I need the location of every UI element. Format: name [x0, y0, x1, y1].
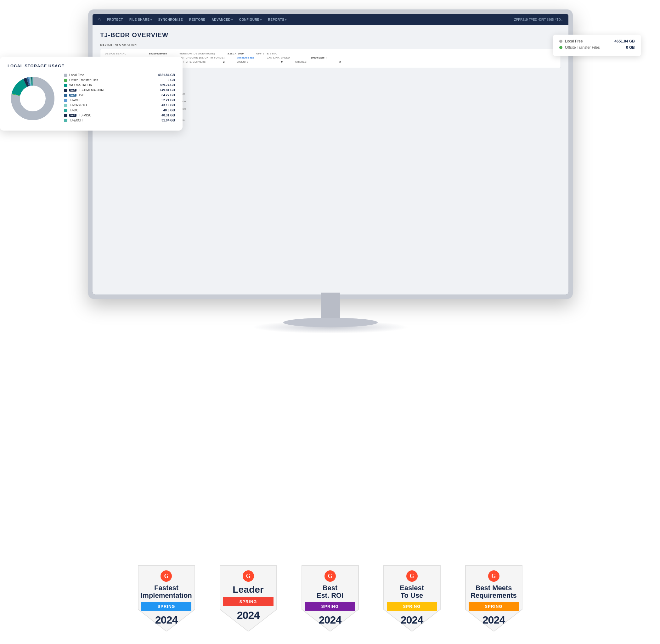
badge-main-text-line: Implementation: [141, 592, 192, 599]
badge-main-text-line: Best: [317, 584, 344, 592]
legend-value: 0 GB: [168, 78, 175, 82]
donut-chart: [7, 73, 58, 124]
legend-color-swatch: [64, 84, 67, 87]
legend-row: NASISO 84.27 GB: [64, 93, 175, 97]
nav-restore[interactable]: RESTORE: [189, 18, 206, 21]
legend-label: NASISO: [64, 93, 121, 97]
badge-ribbon-text: SPRING: [403, 604, 421, 609]
g2-logo: G: [160, 570, 172, 582]
offsite-transfer-value: 0 GB: [626, 45, 635, 50]
storage-card: LOCAL STORAGE USAGE Local Free 4651.84 G…: [0, 56, 183, 131]
badge-year: 2024: [237, 609, 260, 621]
legend-label: TJ-DC: [64, 109, 121, 112]
badge-main-text: Leader: [233, 584, 264, 595]
badge-content: G Leader SPRING 2024: [223, 562, 273, 621]
lan-link-value: 10000 Base-T: [311, 56, 327, 59]
local-free-label: Local Free: [559, 39, 583, 43]
badge-ribbon: SPRING: [141, 602, 191, 611]
badge-content: G EasiestTo Use SPRING 2024: [387, 562, 437, 626]
legend-color-swatch: [64, 104, 67, 107]
nav-user: ZPPR219-TPED-43RT-8865-4TD...: [514, 18, 563, 21]
legend-text: WORKSTATION: [69, 83, 92, 87]
badge-easiest-to-use: G EasiestTo Use SPRING 2024: [378, 562, 447, 631]
storage-content: Local Free 4651.84 GB Offsite Transfer F…: [7, 73, 175, 124]
legend-text: TJ-W10: [69, 98, 80, 102]
badge-ribbon: SPRING: [223, 597, 273, 606]
agents-label: AGENTS: [237, 61, 269, 63]
nav-configure[interactable]: CONFIGURE: [239, 18, 262, 21]
nav-reports[interactable]: REPORTS: [268, 18, 287, 21]
legend-label: NASTJ-MISC: [64, 114, 121, 117]
g2-logo: G: [243, 570, 254, 582]
badge-content: G FastestImplementation SPRING 2024: [141, 562, 192, 626]
badge-main-text-line: Best Meets: [471, 584, 517, 592]
version-value: 3.181.7 / 1099: [228, 52, 244, 55]
g2-logo: G: [488, 570, 500, 582]
badge-shield: G Best MeetsRequirements SPRING 2024: [462, 562, 525, 631]
legend-text: TJ-MISC: [79, 114, 91, 117]
local-free-value: 4651.84 GB: [614, 39, 635, 43]
legend-value: 4651.84 GB: [158, 73, 175, 77]
legend-label: WORKSTATION: [64, 83, 121, 87]
legend-value: 31.04 GB: [161, 119, 175, 122]
badge-main-text: EasiestTo Use: [400, 584, 424, 599]
badge-fastest-implementation: G FastestImplementation SPRING 2024: [132, 562, 201, 631]
shares-value: 3: [339, 61, 341, 63]
legend-color-swatch: [64, 109, 67, 112]
badge-ribbon-text: SPRING: [485, 604, 503, 609]
nav-advanced[interactable]: ADVANCED: [212, 18, 233, 21]
device-row-1: DEVICE SERIAL B42E992B0068 VERSION (Devi…: [105, 52, 556, 55]
nav-fileshare[interactable]: FILE SHARE: [129, 18, 152, 21]
lan-link-label: LAN LINK SPEED: [267, 56, 298, 59]
badge-content: G Best MeetsRequirements SPRING 2024: [469, 562, 519, 626]
badge-main-text-line: Easiest: [400, 584, 424, 592]
badge-year: 2024: [155, 614, 178, 626]
legend-row: TJ-CRYPTO 43.19 GB: [64, 104, 175, 107]
badge-main-text-line: Est. ROI: [317, 592, 344, 599]
legend-value: 84.27 GB: [161, 93, 175, 97]
legend-label: TJ-CRYPTO: [64, 104, 121, 107]
offsite-dot: [559, 46, 563, 49]
badge-best-est-roi: G BestEst. ROI SPRING 2024: [296, 562, 365, 631]
legend-row: Offsite Transfer Files 0 GB: [64, 78, 175, 82]
legend-text: Local Free: [69, 73, 84, 77]
monitor-screen: ⌂ PROTECT FILE SHARE SYNCHRONIZE RESTORE…: [93, 14, 568, 295]
legend-badge: NAS: [69, 114, 76, 117]
monitor-stand-neck: [321, 293, 340, 318]
g2-logo: G: [406, 570, 418, 582]
nav-synchronize[interactable]: SYNCHRONIZE: [158, 18, 183, 21]
device-serial-label: DEVICE SERIAL: [105, 52, 136, 55]
storage-legend: Local Free 4651.84 GB Offsite Transfer F…: [64, 73, 175, 124]
legend-color-swatch: [64, 94, 67, 97]
badge-ribbon-text: SPRING: [240, 599, 257, 604]
home-icon[interactable]: ⌂: [97, 17, 101, 22]
last-checkin-label: LAST CHECKIN (Click to Force): [178, 56, 224, 59]
device-serial-value: B42E992B0068: [149, 52, 167, 55]
storage-title: LOCAL STORAGE USAGE: [7, 64, 175, 68]
monitor-body: ⌂ PROTECT FILE SHARE SYNCHRONIZE RESTORE…: [88, 9, 573, 299]
nav-bar: ⌂ PROTECT FILE SHARE SYNCHRONIZE RESTORE…: [93, 14, 568, 25]
badge-main-text: BestEst. ROI: [317, 584, 344, 599]
legend-value: 52.21 GB: [161, 98, 175, 102]
offsite-servers-value: 2: [223, 61, 224, 63]
badge-main-text: FastestImplementation: [141, 584, 192, 599]
legend-value: 43.19 GB: [161, 104, 175, 107]
shares-label: SHARES: [295, 61, 327, 63]
offsite-servers-label: OFF-SITE SERVERS: [179, 61, 210, 63]
legend-label: TJ-EXCH: [64, 119, 121, 122]
legend-label: Local Free: [64, 73, 121, 77]
legend-text: TJ-CRYPTO: [69, 104, 87, 107]
legend-text: TJ-TIMEMACHINE: [79, 88, 106, 92]
badge-shield: G BestEst. ROI SPRING 2024: [299, 562, 362, 631]
legend-badge: NAS: [69, 94, 76, 97]
monitor-stand-base: [283, 318, 378, 327]
legend-label: Offsite Transfer Files: [64, 78, 121, 82]
legend-color-swatch: [64, 99, 67, 102]
page-title: TJ-BCDR OVERVIEW: [100, 31, 561, 39]
legend-value: 40.31 GB: [161, 114, 175, 117]
legend-text: ISO: [79, 93, 84, 97]
nav-protect[interactable]: PROTECT: [107, 18, 123, 21]
badge-main-text-line: Fastest: [141, 584, 192, 592]
offsite-transfer-row: Offsite Transfer Files 0 GB: [559, 45, 635, 50]
version-label: VERSION (Device/Image): [179, 52, 215, 55]
